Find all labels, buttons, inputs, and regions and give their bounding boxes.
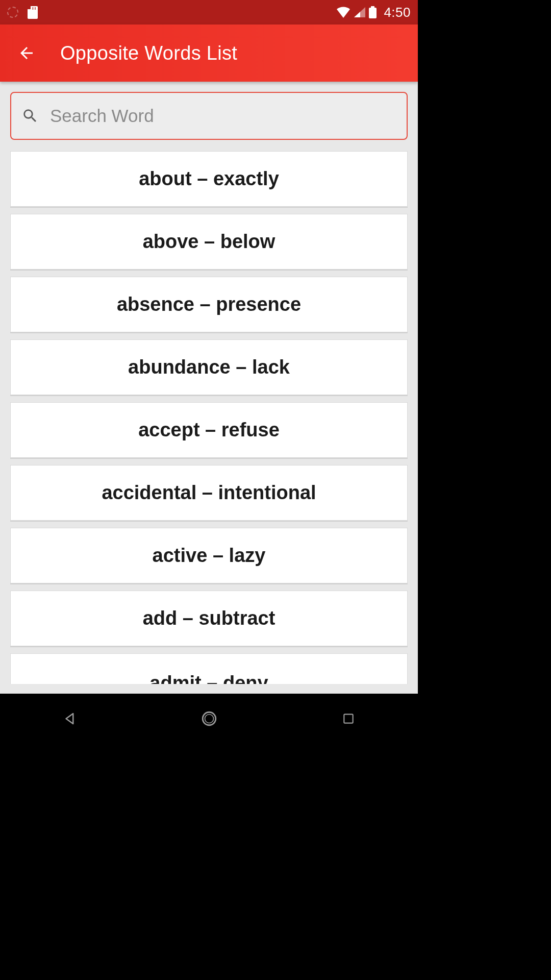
word-pair-text: active – lazy — [153, 545, 266, 567]
loading-icon — [7, 7, 18, 18]
status-left — [7, 6, 38, 19]
square-recent-icon — [342, 712, 355, 725]
word-list-item[interactable]: about – exactly — [10, 151, 408, 207]
system-nav-bar — [0, 694, 418, 743]
word-list-item[interactable]: admit – deny — [10, 653, 408, 684]
word-pair-text: accept – refuse — [138, 419, 280, 441]
word-pair-text: abundance – lack — [128, 356, 290, 378]
word-list-item[interactable]: accept – refuse — [10, 402, 408, 458]
svg-rect-0 — [369, 8, 377, 18]
cell-signal-icon — [354, 7, 366, 18]
content-area: about – exactly above – below absence – … — [0, 82, 418, 694]
svg-point-3 — [205, 714, 213, 723]
battery-icon — [369, 6, 377, 18]
status-right: 4:50 — [336, 5, 411, 20]
nav-home-button[interactable] — [179, 703, 240, 734]
sd-card-icon — [28, 6, 38, 19]
clock-text: 4:50 — [384, 5, 411, 20]
wifi-icon — [336, 7, 350, 18]
search-box[interactable] — [10, 92, 408, 140]
search-input[interactable] — [50, 106, 396, 126]
word-list-item[interactable]: active – lazy — [10, 528, 408, 583]
app-bar: Opposite Words List — [0, 24, 418, 82]
svg-rect-1 — [371, 6, 374, 8]
word-list-item[interactable]: absence – presence — [10, 277, 408, 332]
word-list-item[interactable]: abundance – lack — [10, 339, 408, 395]
svg-rect-4 — [344, 714, 353, 723]
word-list-item[interactable]: add – subtract — [10, 591, 408, 646]
arrow-left-icon — [17, 44, 36, 62]
page-title: Opposite Words List — [60, 42, 237, 64]
word-list[interactable]: about – exactly above – below absence – … — [10, 151, 408, 684]
circle-home-icon — [201, 710, 218, 727]
nav-recent-button[interactable] — [318, 703, 379, 734]
status-bar: 4:50 — [0, 0, 418, 24]
screen: 4:50 Opposite Words List about – exactly… — [0, 0, 418, 743]
word-list-item[interactable]: accidental – intentional — [10, 465, 408, 521]
nav-back-button[interactable] — [39, 703, 101, 734]
word-pair-text: absence – presence — [117, 293, 301, 315]
word-pair-text: admit – deny — [149, 672, 268, 684]
word-pair-text: add – subtract — [143, 607, 276, 629]
search-icon — [21, 107, 39, 125]
word-pair-text: above – below — [143, 231, 276, 253]
word-pair-text: accidental – intentional — [102, 482, 316, 504]
back-button[interactable] — [8, 35, 45, 71]
word-pair-text: about – exactly — [139, 168, 279, 190]
word-list-item[interactable]: above – below — [10, 214, 408, 270]
triangle-back-icon — [62, 711, 78, 726]
